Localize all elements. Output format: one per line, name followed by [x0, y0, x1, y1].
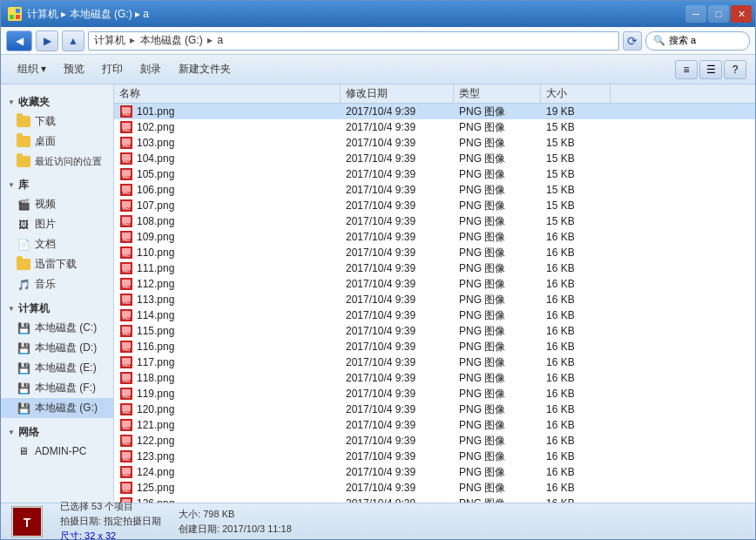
- network-header[interactable]: ▼ 网络: [1, 422, 113, 442]
- file-date-cell: 2017/10/4 9:39: [341, 213, 454, 229]
- file-name-cell: PNG 116.png: [114, 339, 341, 354]
- new-folder-button[interactable]: 新建文件夹: [171, 58, 239, 81]
- table-row[interactable]: PNG 114.png 2017/10/4 9:39 PNG 图像 16 KB: [114, 307, 755, 323]
- sidebar-item-thunder[interactable]: 迅雷下载: [1, 254, 113, 274]
- table-row[interactable]: PNG 121.png 2017/10/4 9:39 PNG 图像 16 KB: [114, 417, 755, 433]
- table-row[interactable]: PNG 120.png 2017/10/4 9:39 PNG 图像 16 KB: [114, 402, 755, 417]
- file-size-cell: 16 KB: [541, 417, 611, 433]
- thunder-icon: [17, 258, 30, 272]
- table-row[interactable]: PNG 102.png 2017/10/4 9:39 PNG 图像 15 KB: [114, 119, 755, 135]
- sidebar-item-e[interactable]: 💾 本地磁盘 (E:): [1, 358, 113, 378]
- table-row[interactable]: PNG 101.png 2017/10/4 9:39 PNG 图像 19 KB: [114, 104, 755, 119]
- disk-e-icon: 💾: [17, 361, 30, 375]
- file-name-cell: PNG 125.png: [114, 480, 341, 496]
- file-type-cell: PNG 图像: [454, 339, 541, 354]
- favorites-header[interactable]: ▼ 收藏夹: [1, 91, 113, 111]
- search-box[interactable]: 🔍 搜索 a: [645, 31, 750, 51]
- table-row[interactable]: PNG 103.png 2017/10/4 9:39 PNG 图像 15 KB: [114, 135, 755, 151]
- table-row[interactable]: PNG 107.png 2017/10/4 9:39 PNG 图像 15 KB: [114, 198, 755, 213]
- preview-button[interactable]: 预览: [56, 58, 92, 81]
- col-header-name[interactable]: 名称: [114, 84, 341, 104]
- table-row[interactable]: PNG 108.png 2017/10/4 9:39 PNG 图像 15 KB: [114, 213, 755, 229]
- col-header-type[interactable]: 类型: [454, 84, 541, 104]
- file-size-cell: 19 KB: [541, 104, 611, 119]
- organize-button[interactable]: 组织 ▾: [10, 58, 54, 81]
- views-button[interactable]: ≡: [675, 60, 698, 79]
- sidebar-item-recent[interactable]: 最近访问的位置: [1, 152, 113, 171]
- sidebar-item-pictures[interactable]: 🖼 图片: [1, 214, 113, 234]
- created-date: 创建日期: 2017/10/3 11:18: [179, 523, 292, 536]
- video-icon: 🎬: [17, 198, 30, 212]
- file-date-cell: 2017/10/4 9:39: [341, 496, 454, 503]
- table-row[interactable]: PNG 109.png 2017/10/4 9:39 PNG 图像 16 KB: [114, 229, 755, 245]
- table-row[interactable]: PNG 118.png 2017/10/4 9:39 PNG 图像 16 KB: [114, 370, 755, 386]
- sidebar-item-c[interactable]: 💾 本地磁盘 (C:): [1, 318, 113, 338]
- sidebar-item-f[interactable]: 💾 本地磁盘 (F:): [1, 378, 113, 398]
- file-name: 106.png: [137, 184, 174, 196]
- file-name-cell: PNG 109.png: [114, 229, 341, 245]
- table-row[interactable]: PNG 115.png 2017/10/4 9:39 PNG 图像 16 KB: [114, 323, 755, 339]
- table-row[interactable]: PNG 110.png 2017/10/4 9:39 PNG 图像 16 KB: [114, 245, 755, 260]
- sidebar-item-d[interactable]: 💾 本地磁盘 (D:): [1, 338, 113, 358]
- path-drive[interactable]: 本地磁盘 (G:): [140, 34, 203, 46]
- path-folder[interactable]: a: [217, 34, 223, 46]
- table-row[interactable]: PNG 126.png 2017/10/4 9:39 PNG 图像 16 KB: [114, 496, 755, 503]
- computer-header[interactable]: ▼ 计算机: [1, 298, 113, 318]
- library-header[interactable]: ▼ 库: [1, 174, 113, 194]
- maximize-button[interactable]: □: [708, 5, 729, 23]
- svg-text:PNG: PNG: [123, 363, 131, 368]
- sidebar-item-music[interactable]: 🎵 音乐: [1, 274, 113, 294]
- table-row[interactable]: PNG 122.png 2017/10/4 9:39 PNG 图像 16 KB: [114, 433, 755, 449]
- table-row[interactable]: PNG 124.png 2017/10/4 9:39 PNG 图像 16 KB: [114, 464, 755, 480]
- sidebar-item-download[interactable]: 下载: [1, 111, 113, 132]
- table-row[interactable]: PNG 104.png 2017/10/4 9:39 PNG 图像 15 KB: [114, 151, 755, 166]
- file-type-cell: PNG 图像: [454, 276, 541, 292]
- close-button[interactable]: ✕: [731, 5, 752, 23]
- file-size-cell: 16 KB: [541, 276, 611, 292]
- sidebar-item-desktop[interactable]: 桌面: [1, 132, 113, 152]
- file-date-cell: 2017/10/4 9:39: [341, 292, 454, 307]
- sidebar-item-video[interactable]: 🎬 视频: [1, 194, 113, 214]
- table-row[interactable]: PNG 111.png 2017/10/4 9:39 PNG 图像 16 KB: [114, 260, 755, 276]
- svg-text:PNG: PNG: [123, 316, 131, 321]
- table-row[interactable]: PNG 116.png 2017/10/4 9:39 PNG 图像 16 KB: [114, 339, 755, 354]
- explorer-window: 计算机 ▸ 本地磁盘 (G:) ▸ a ─ □ ✕ ◀ ▶ ▲ 计算机 ▸ 本地…: [0, 0, 756, 540]
- file-date-cell: 2017/10/4 9:39: [341, 402, 454, 417]
- table-row[interactable]: PNG 112.png 2017/10/4 9:39 PNG 图像 16 KB: [114, 276, 755, 292]
- details-view-button[interactable]: ☰: [699, 60, 722, 79]
- table-row[interactable]: PNG 123.png 2017/10/4 9:39 PNG 图像 16 KB: [114, 449, 755, 464]
- help-button[interactable]: ?: [724, 60, 746, 79]
- forward-button[interactable]: ▶: [36, 30, 58, 51]
- table-row[interactable]: PNG 119.png 2017/10/4 9:39 PNG 图像 16 KB: [114, 386, 755, 402]
- table-row[interactable]: PNG 106.png 2017/10/4 9:39 PNG 图像 15 KB: [114, 182, 755, 198]
- path-computer[interactable]: 计算机: [94, 34, 125, 46]
- burn-button[interactable]: 刻录: [132, 58, 169, 81]
- file-name: 107.png: [137, 199, 174, 212]
- sidebar-label-docs: 文档: [35, 237, 56, 252]
- sidebar-item-docs[interactable]: 📄 文档: [1, 234, 113, 254]
- table-row[interactable]: PNG 117.png 2017/10/4 9:39 PNG 图像 16 KB: [114, 354, 755, 370]
- sidebar-label-download: 下载: [35, 114, 56, 129]
- print-button[interactable]: 打印: [94, 58, 131, 81]
- sidebar-item-g[interactable]: 💾 本地磁盘 (G:): [1, 398, 113, 418]
- file-name-cell: PNG 102.png: [114, 119, 341, 135]
- col-header-size[interactable]: 大小: [541, 84, 611, 104]
- up-button[interactable]: ▲: [62, 30, 84, 51]
- svg-rect-1: [16, 9, 20, 13]
- svg-text:PNG: PNG: [123, 175, 131, 179]
- col-header-date[interactable]: 修改日期: [341, 84, 454, 104]
- table-row[interactable]: PNG 125.png 2017/10/4 9:39 PNG 图像 16 KB: [114, 480, 755, 496]
- sidebar-item-admin-pc[interactable]: 🖥 ADMIN-PC: [1, 442, 113, 461]
- table-row[interactable]: PNG 105.png 2017/10/4 9:39 PNG 图像 15 KB: [114, 166, 755, 182]
- back-button[interactable]: ◀: [6, 30, 32, 51]
- minimize-button[interactable]: ─: [685, 5, 706, 23]
- refresh-button[interactable]: ⟳: [623, 31, 642, 51]
- file-name: 122.png: [137, 435, 174, 447]
- library-label: 库: [18, 178, 29, 192]
- file-size: 大小: 798 KB: [179, 508, 292, 521]
- table-row[interactable]: PNG 113.png 2017/10/4 9:39 PNG 图像 16 KB: [114, 292, 755, 307]
- file-name: 105.png: [137, 168, 174, 180]
- file-list[interactable]: PNG 101.png 2017/10/4 9:39 PNG 图像 19 KB …: [114, 104, 755, 503]
- file-type-cell: PNG 图像: [454, 245, 541, 260]
- address-field[interactable]: 计算机 ▸ 本地磁盘 (G:) ▸ a: [88, 31, 619, 51]
